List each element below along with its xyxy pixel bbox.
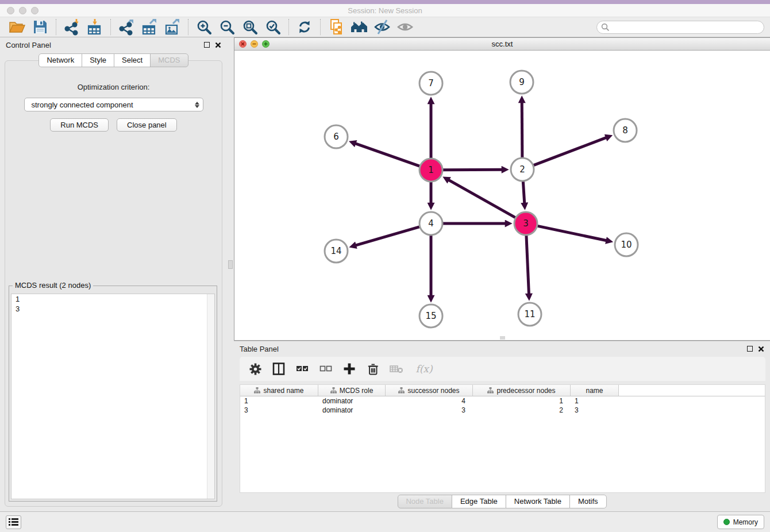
list-icon: [9, 518, 18, 526]
export-network-button[interactable]: [115, 18, 138, 36]
network-canvas[interactable]: 1234678910111415: [234, 51, 770, 340]
column-header-mcds-role[interactable]: MCDS role: [318, 385, 386, 396]
close-panel-button[interactable]: Close panel: [117, 118, 177, 132]
select-chevrons-icon: [195, 102, 199, 108]
tab-select[interactable]: Select: [114, 53, 151, 67]
hide-selected-button[interactable]: [371, 18, 394, 36]
cell-mcds-role: dominator: [318, 397, 386, 405]
network-window-controls: [239, 40, 270, 48]
table-row[interactable]: 1 dominator 4 1 1: [240, 396, 765, 406]
import-table-button[interactable]: [83, 18, 106, 36]
app-titlebar: Session: New Session: [0, 4, 770, 17]
graph-node-14[interactable]: 14: [325, 240, 348, 263]
svg-text:14: 14: [330, 246, 341, 256]
graph-node-15[interactable]: 15: [419, 304, 442, 327]
export-image-icon: [164, 18, 181, 36]
panel-splitter[interactable]: [227, 37, 234, 511]
column-header-predecessor-nodes[interactable]: predecessor nodes: [473, 385, 571, 396]
svg-text:10: 10: [621, 240, 632, 250]
table-row[interactable]: 3 dominator 3 2 3: [240, 406, 765, 415]
delete-table-button[interactable]: [389, 361, 404, 376]
graph-edge-3-11[interactable]: [526, 236, 529, 294]
graph-node-4[interactable]: 4: [419, 212, 442, 235]
graph-node-1[interactable]: 1: [419, 159, 442, 182]
graph-node-7[interactable]: 7: [419, 72, 442, 95]
split-view-button[interactable]: [271, 361, 286, 376]
run-mcds-button[interactable]: Run MCDS: [50, 118, 109, 132]
open-session-button[interactable]: [6, 18, 29, 36]
network-window-titlebar[interactable]: scc.txt: [234, 38, 770, 51]
splitter-handle[interactable]: [228, 260, 233, 269]
close-table-panel-icon[interactable]: [758, 346, 764, 352]
toolbar-separator: [110, 19, 111, 35]
tab-network-table[interactable]: Network Table: [506, 495, 570, 508]
graph-edge-2-9[interactable]: [522, 102, 522, 157]
minimize-network-button[interactable]: [251, 40, 258, 48]
zoom-selected-button[interactable]: [261, 18, 284, 36]
deselect-all-button[interactable]: [318, 361, 333, 376]
tab-mcds[interactable]: MCDS: [150, 53, 188, 67]
main-area: Control Panel Network Style Select MCDS …: [0, 37, 770, 511]
table-panel-header: Table Panel: [234, 341, 770, 356]
export-image-button[interactable]: [161, 18, 184, 36]
graph-edge-1-2[interactable]: [443, 169, 502, 170]
zoom-fit-button[interactable]: [238, 18, 261, 36]
table-header-row: shared name MCDS role successor nodes: [240, 385, 765, 396]
result-item: 3: [11, 304, 214, 314]
graph-node-11[interactable]: 11: [518, 303, 541, 326]
save-session-button[interactable]: [29, 18, 52, 36]
close-network-button[interactable]: [239, 40, 247, 48]
export-table-button[interactable]: [138, 18, 161, 36]
zoom-out-button[interactable]: [215, 18, 238, 36]
import-network-button[interactable]: [60, 18, 83, 36]
graph-node-8[interactable]: 8: [614, 119, 637, 142]
export-table-icon: [141, 18, 158, 36]
function-builder-button[interactable]: f(x): [413, 361, 436, 376]
select-all-button[interactable]: [295, 361, 310, 376]
mcds-result-group: MCDS result (2 nodes) 1 3: [9, 286, 217, 502]
zoom-in-icon: [196, 19, 212, 35]
zoom-in-button[interactable]: [192, 18, 215, 36]
result-scrollbar[interactable]: [207, 294, 214, 499]
network-graph: 1234678910111415: [234, 51, 769, 339]
maximize-network-button[interactable]: [262, 40, 270, 48]
graph-node-6[interactable]: 6: [325, 125, 348, 148]
tab-style[interactable]: Style: [82, 53, 114, 67]
graph-node-10[interactable]: 10: [615, 233, 638, 256]
apply-layout-button[interactable]: [293, 18, 316, 36]
graph-edge-3-1[interactable]: [448, 180, 515, 218]
graph-node-2[interactable]: 2: [511, 158, 534, 181]
graph-edge-2-3[interactable]: [523, 182, 524, 203]
float-table-panel-icon[interactable]: [747, 346, 753, 352]
memory-button[interactable]: Memory: [717, 515, 764, 529]
svg-text:8: 8: [622, 125, 628, 136]
column-header-successor-nodes[interactable]: successor nodes: [386, 385, 473, 396]
new-network-from-selection-button[interactable]: [325, 18, 348, 36]
delete-row-button[interactable]: [365, 361, 380, 376]
graph-edge-3-10[interactable]: [538, 226, 607, 240]
graph-edge-4-14[interactable]: [356, 227, 419, 245]
table-settings-button[interactable]: [248, 361, 263, 376]
mcds-result-list[interactable]: 1 3: [11, 294, 215, 499]
search-input[interactable]: [596, 21, 764, 34]
tab-motifs[interactable]: Motifs: [569, 495, 607, 508]
show-all-button[interactable]: [394, 18, 417, 36]
tab-network[interactable]: Network: [38, 53, 82, 67]
criterion-select[interactable]: strongly connected component: [24, 98, 203, 111]
column-header-shared-name[interactable]: shared name: [240, 385, 318, 396]
add-row-button[interactable]: [342, 361, 357, 376]
column-header-name[interactable]: name: [571, 385, 619, 396]
graph-edge-2-8[interactable]: [534, 137, 607, 165]
graph-node-3[interactable]: 3: [514, 212, 537, 235]
tab-node-table[interactable]: Node Table: [397, 495, 452, 508]
task-history-button[interactable]: [6, 515, 21, 529]
tab-edge-table[interactable]: Edge Table: [452, 495, 506, 508]
first-neighbors-button[interactable]: [348, 18, 371, 36]
close-panel-icon[interactable]: [215, 42, 221, 48]
canvas-resize-handle[interactable]: [500, 336, 505, 340]
memory-label: Memory: [733, 518, 758, 526]
graph-edge-1-6[interactable]: [355, 144, 419, 166]
trash-icon: [366, 362, 380, 376]
graph-node-9[interactable]: 9: [510, 71, 533, 94]
float-panel-icon[interactable]: [204, 42, 210, 48]
